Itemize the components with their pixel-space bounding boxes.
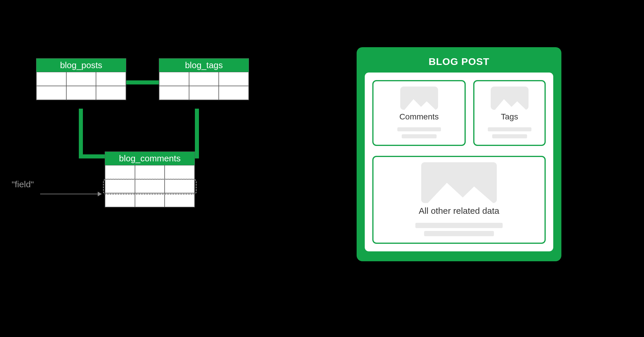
svg-marker-1 [494,99,527,110]
table-blog-tags: blog_tags [159,58,249,100]
table-grid-blog-posts [36,72,126,100]
table-cell [189,72,219,86]
document-body: Comments Tags [365,73,553,251]
subcard-other: All other related data [372,156,546,244]
table-cell [36,72,66,86]
table-cell [159,86,189,100]
connector-posts-comments-v [79,109,83,158]
table-cell [219,86,249,100]
svg-marker-0 [404,99,436,110]
table-cell [159,72,189,86]
document-title: BLOG POST [365,56,553,67]
table-grid-blog-comments [105,165,195,207]
placeholder-line [488,127,531,131]
table-cell [135,193,165,207]
table-cell [219,72,249,86]
table-cell [66,86,96,100]
table-cell [189,86,219,100]
table-cell [96,86,126,100]
field-label: "field" [12,179,34,189]
placeholder-line [415,223,503,228]
table-cell [135,165,165,179]
placeholder-line [492,134,527,138]
table-cell [105,179,135,193]
subcard-comments-label: Comments [399,112,439,121]
subcard-comments: Comments [372,80,466,146]
table-blog-comments: blog_comments [105,151,195,207]
table-header-blog-comments: blog_comments [105,152,195,165]
connector-posts-tags [125,80,163,84]
table-cell [105,165,135,179]
document-top-row: Comments Tags [372,80,546,146]
table-header-blog-posts: blog_posts [36,59,126,72]
table-grid-blog-tags [159,72,249,100]
table-cell [36,86,66,100]
placeholder-line [424,231,494,236]
placeholder-image-icon [491,87,529,110]
placeholder-image-icon [400,87,438,110]
table-cell [135,179,165,193]
placeholder-line [402,134,437,138]
table-cell [165,193,195,207]
table-cell [165,165,195,179]
diagram-canvas: blog_posts blog_tags blog_comments [0,0,644,337]
table-header-blog-tags: blog_tags [159,59,249,72]
table-blog-posts: blog_posts [36,58,126,100]
connector-tags-comments-v [195,109,199,158]
field-arrow-head [98,192,102,196]
table-cell [66,72,96,86]
table-cell [105,193,135,207]
subcard-other-label: All other related data [419,206,499,216]
table-cell [96,72,126,86]
placeholder-line [397,127,441,131]
table-cell [165,179,195,193]
subcard-tags: Tags [473,80,546,146]
svg-marker-2 [427,183,494,203]
field-arrow-line [40,194,98,194]
placeholder-image-icon [421,162,497,203]
subcard-tags-label: Tags [501,112,518,121]
document-card: BLOG POST Comments [357,47,561,261]
